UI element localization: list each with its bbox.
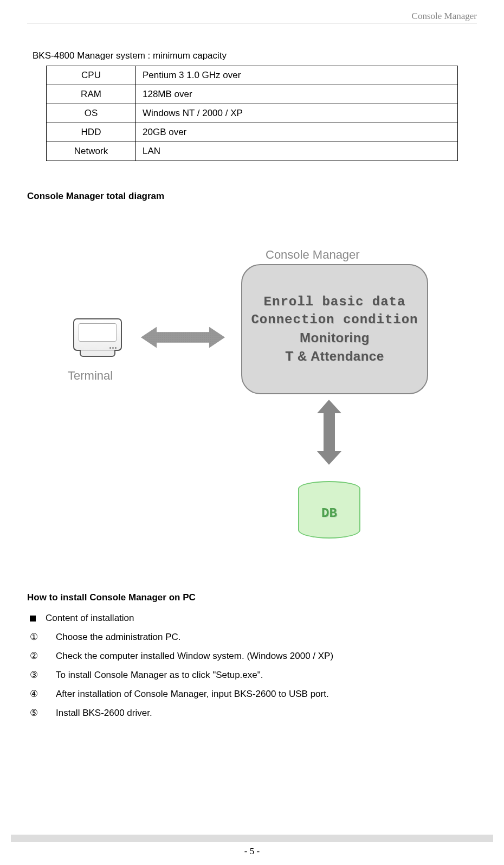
spec-val: 20GB over bbox=[136, 123, 458, 142]
table-row: OS Windows NT / 2000 / XP bbox=[47, 104, 458, 123]
step-number-icon: ④ bbox=[30, 688, 41, 700]
svg-marker-4 bbox=[317, 400, 341, 465]
footer-bar bbox=[11, 835, 493, 842]
table-row: CPU Pentium 3 1.0 GHz over bbox=[47, 66, 458, 85]
install-step: ③ To install Console Manager as to click… bbox=[30, 669, 477, 681]
spec-table: CPU Pentium 3 1.0 GHz over RAM 128MB ove… bbox=[46, 66, 458, 161]
install-step: ④ After installation of Console Manager,… bbox=[30, 688, 477, 700]
console-manager-box: Enroll basic data Connection condition M… bbox=[241, 264, 428, 394]
database-label: DB bbox=[298, 489, 360, 539]
spec-key: OS bbox=[47, 104, 136, 123]
step-text: Check the computer installed Window syst… bbox=[56, 651, 333, 662]
spec-val: LAN bbox=[136, 142, 458, 161]
install-step: ⑤ Install BKS-2600 driver. bbox=[30, 707, 477, 719]
step-number-icon: ② bbox=[30, 650, 41, 662]
database-icon: DB bbox=[298, 481, 360, 546]
terminal-label: Terminal bbox=[68, 369, 113, 383]
box-line: Monitoring bbox=[300, 330, 370, 345]
spec-key: RAM bbox=[47, 85, 136, 104]
bullet-label: Content of installation bbox=[46, 613, 134, 624]
box-line: Enroll basic data bbox=[264, 294, 406, 309]
terminal-icon bbox=[73, 318, 122, 357]
console-manager-label: Console Manager bbox=[266, 248, 360, 262]
install-heading: How to install Console Manager on PC bbox=[27, 592, 477, 603]
install-bullet: Content of installation bbox=[30, 613, 477, 624]
bidirectional-arrow-vertical-icon bbox=[314, 400, 344, 465]
install-step: ② Check the computer installed Window sy… bbox=[30, 650, 477, 662]
box-line: T & Attendance bbox=[285, 349, 384, 364]
spec-val: Windows NT / 2000 / XP bbox=[136, 104, 458, 123]
step-text: Choose the administration PC. bbox=[56, 632, 181, 643]
box-line: Connection condition bbox=[251, 312, 418, 327]
spec-val: 128MB over bbox=[136, 85, 458, 104]
spec-key: Network bbox=[47, 142, 136, 161]
install-step: ① Choose the administration PC. bbox=[30, 631, 477, 643]
header-title: Console Manager bbox=[27, 11, 477, 23]
table-row: Network LAN bbox=[47, 142, 458, 161]
step-number-icon: ⑤ bbox=[30, 707, 41, 719]
step-text: Install BKS-2600 driver. bbox=[56, 708, 152, 719]
spec-key: CPU bbox=[47, 66, 136, 85]
table-row: RAM 128MB over bbox=[47, 85, 458, 104]
svg-marker-3 bbox=[141, 327, 225, 348]
page-number: - 5 - bbox=[0, 846, 504, 857]
table-row: HDD 20GB over bbox=[47, 123, 458, 142]
spec-val: Pentium 3 1.0 GHz over bbox=[136, 66, 458, 85]
step-number-icon: ① bbox=[30, 631, 41, 643]
diagram-heading: Console Manager total diagram bbox=[27, 191, 477, 202]
step-number-icon: ③ bbox=[30, 669, 41, 681]
spec-table-title: BKS-4800 Manager system : minimum capaci… bbox=[33, 50, 477, 61]
bidirectional-arrow-icon bbox=[141, 324, 225, 351]
step-text: To install Console Manager as to click "… bbox=[56, 670, 263, 681]
square-bullet-icon bbox=[30, 616, 36, 621]
system-diagram: Terminal Console Manager Enroll basic da… bbox=[27, 234, 477, 571]
step-text: After installation of Console Manager, i… bbox=[56, 689, 329, 700]
spec-key: HDD bbox=[47, 123, 136, 142]
